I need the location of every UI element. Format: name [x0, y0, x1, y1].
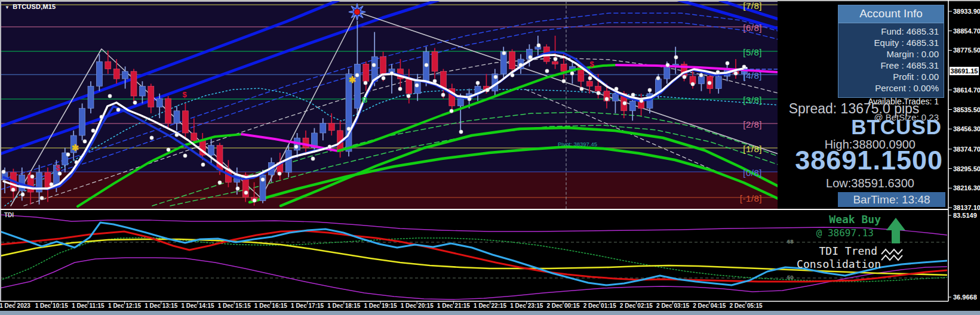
price-axis-label: 38137.10 [953, 204, 980, 211]
signal-dot [459, 130, 463, 134]
time-axis-label: 2 Dec 00:15 [542, 302, 584, 309]
signal-dot [554, 57, 557, 61]
time-axis-label: 2 Dec 04:15 [689, 302, 730, 309]
signal-dot [519, 63, 523, 67]
candle-body [156, 98, 162, 107]
signal-dot [253, 199, 256, 202]
oversold-zone-band [1, 172, 778, 209]
bartime-text: BarTime: 13:48 [838, 192, 945, 207]
time-axis-label: 1 Dec 13:15 [140, 302, 182, 309]
account-row: Percent : 0.00% [838, 82, 939, 94]
main-chart-plot[interactable]: ✱✱$$$BPivot: 38397.45 [0, 0, 778, 209]
candle-body [698, 76, 704, 84]
account-info-rows: Fund: 4685.31Equity : 4685.31Margin : 0.… [838, 23, 944, 97]
candle-body [354, 64, 360, 108]
signal-dot [502, 51, 506, 55]
candle-body [320, 123, 326, 133]
time-axis-label: 2 Dec 03:15 [652, 302, 694, 309]
signal-dot [674, 55, 678, 59]
candle-body [182, 111, 188, 133]
candle-body [629, 101, 635, 111]
candle-body [363, 64, 369, 81]
time-axis-label: 1 Dec 21:15 [432, 302, 474, 309]
account-row: Margin : 0.00 [838, 48, 939, 60]
sell-dollar-marker: $ [182, 90, 187, 99]
candle-body [88, 86, 94, 108]
price-axis-label: 38933.90 [953, 8, 980, 15]
signal-dot [175, 133, 179, 137]
signal-dot [511, 73, 514, 77]
current-price-tag: 38691.15 [950, 67, 979, 75]
signal-dot [734, 72, 738, 75]
signal-dot [468, 97, 471, 101]
candle-body [612, 94, 618, 101]
signal-dot [415, 84, 419, 87]
time-axis-label: 1 Dec 22:15 [469, 302, 511, 309]
asterisk-marker: ✱ [72, 143, 79, 153]
signal-dot [494, 75, 497, 79]
murrey-label: [7/8] [743, 1, 762, 11]
signal-dot [588, 76, 592, 80]
price-axis-label: 38295.50 [953, 165, 980, 172]
signal-dot [311, 157, 315, 160]
symbol-timeframe-label[interactable]: ▼BTCUSD,M15 [5, 3, 56, 10]
candle-body [122, 72, 128, 79]
signal-dot [537, 44, 540, 47]
signal-dot [570, 72, 574, 75]
signal-dot [218, 181, 222, 184]
tdi-panel-plot[interactable] [0, 215, 947, 299]
candle-body [303, 138, 309, 148]
tdi-axis-max: 83.5149 [953, 212, 977, 219]
murrey-label: [1/8] [743, 144, 762, 154]
signal-dot [236, 187, 239, 190]
candle-body [664, 66, 670, 79]
window-top-border [0, 0, 980, 1]
signal-dot [699, 73, 703, 77]
signal-dot [50, 183, 53, 186]
signal-dot [597, 91, 600, 95]
account-row: Profit : 0.00 [838, 71, 939, 82]
tdi-cyan [0, 223, 947, 285]
signal-dot [116, 108, 120, 112]
signal-dot [30, 175, 34, 178]
murrey-label: [3/8] [743, 95, 762, 105]
price-axis-label: 38216.30 [953, 184, 980, 192]
signal-dot [183, 154, 187, 158]
candle-body [552, 61, 558, 64]
candle-body [406, 79, 412, 94]
candle-body [148, 86, 154, 107]
murrey-label: [5/8] [743, 47, 762, 57]
candle-body [174, 111, 180, 123]
zigzag-waves-icon [881, 255, 902, 260]
sell-dollar-marker: $ [56, 163, 60, 172]
signal-dot [347, 127, 351, 131]
signal-dot [605, 97, 609, 101]
signal-dot [364, 81, 367, 85]
time-axis-label: 1 Dec 14:15 [177, 302, 219, 309]
symbol-big-text: BTCUSD [851, 115, 942, 139]
time-axis-label: 1 Dec 18:15 [323, 302, 365, 309]
signal-dot [631, 93, 635, 97]
signal-dot [167, 148, 170, 152]
candle-body [346, 74, 352, 152]
window-left-border [0, 0, 1, 301]
signal-dot [476, 81, 480, 85]
symbol-label-text: BTCUSD,M15 [13, 3, 56, 10]
candle-body [79, 109, 85, 135]
time-axis-label: 1 Dec 19:15 [360, 302, 401, 309]
horizontal-scrollbar[interactable] [0, 311, 980, 315]
time-axis-label: 1 Dec 10:15 [30, 302, 72, 309]
signal-dot [529, 55, 532, 59]
signal-dot [691, 82, 695, 86]
candle-body [432, 52, 438, 72]
star-center-dot [354, 9, 360, 15]
price-axis-label: 38456.30 [953, 125, 980, 132]
candle-body [191, 133, 197, 140]
candle-body [208, 146, 214, 156]
price-axis-label: 38535.50 [953, 106, 980, 113]
trend-state-text-1: TDI Trend [819, 245, 877, 257]
time-axis-label: 2 Dec 05:15 [725, 302, 767, 309]
zigzag-waves-icon [881, 249, 902, 254]
signal-dot [683, 75, 686, 79]
candle-body [561, 64, 567, 71]
